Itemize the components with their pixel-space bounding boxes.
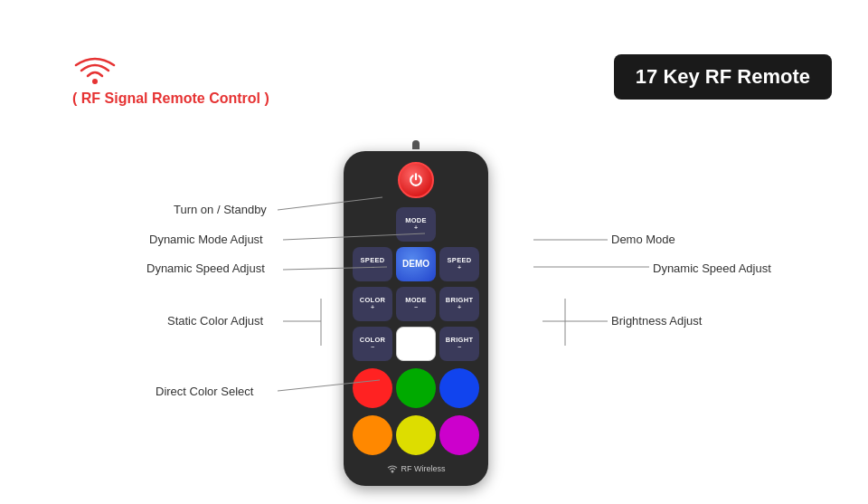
remote-control: MODE + SPEED − DEMO SPEED + COLOR +	[344, 140, 488, 486]
rf-signal-area: ( RF Signal Remote Control )	[72, 54, 269, 107]
annotation-dynamic-speed-right: Dynamic Speed Adjust	[653, 262, 771, 275]
button-grid-row2: SPEED − DEMO SPEED +	[353, 247, 479, 281]
annotation-static-color: Static Color Adjust	[167, 314, 263, 328]
rf-label: ( RF Signal Remote Control )	[72, 90, 269, 107]
annotation-demo-mode: Demo Mode	[611, 233, 675, 246]
bright-plus-button[interactable]: BRIGHT +	[439, 287, 479, 321]
color-circles-row2	[353, 415, 479, 455]
rf-small-icon	[387, 464, 398, 473]
demo-button[interactable]: DEMO	[396, 247, 436, 281]
remote-body: MODE + SPEED − DEMO SPEED + COLOR +	[344, 151, 488, 486]
power-icon	[407, 171, 425, 189]
svg-point-1	[391, 471, 393, 473]
title-text: 17 Key RF Remote	[636, 65, 810, 88]
annotation-direct-color: Direct Color Select	[156, 385, 253, 398]
power-row	[398, 162, 434, 198]
button-grid-row3: COLOR + MODE − BRIGHT +	[353, 287, 479, 321]
color-green-button[interactable]	[396, 368, 436, 408]
annotation-turn-on: Turn on / Standby	[174, 203, 267, 216]
svg-point-0	[92, 79, 98, 84]
white-button[interactable]	[396, 327, 436, 361]
color-blue-button[interactable]	[439, 368, 479, 408]
annotation-dynamic-speed-left: Dynamic Speed Adjust	[146, 262, 265, 275]
button-grid-row4: COLOR − BRIGHT −	[353, 327, 479, 361]
color-orange-button[interactable]	[353, 415, 392, 455]
title-badge: 17 Key RF Remote	[614, 54, 832, 100]
power-button[interactable]	[398, 162, 434, 198]
mode-plus-button[interactable]: MODE +	[396, 207, 436, 242]
bright-minus-button[interactable]: BRIGHT −	[439, 327, 479, 361]
color-red-button[interactable]	[353, 368, 392, 408]
antenna	[412, 140, 420, 149]
color-minus-button[interactable]: COLOR −	[353, 327, 392, 361]
button-grid-row1: MODE +	[353, 207, 479, 242]
color-circles-row1	[353, 368, 479, 408]
annotation-dynamic-mode: Dynamic Mode Adjust	[149, 233, 263, 246]
annotation-brightness: Brightness Adjust	[611, 314, 702, 328]
speed-plus-button[interactable]: SPEED +	[439, 247, 479, 281]
rf-signal-icon	[72, 54, 118, 87]
color-plus-button[interactable]: COLOR +	[353, 287, 392, 321]
color-purple-button[interactable]	[439, 415, 479, 455]
color-yellow-button[interactable]	[396, 415, 436, 455]
mode-minus-button[interactable]: MODE −	[396, 287, 436, 321]
rf-wireless-label: RF Wireless	[387, 464, 446, 473]
speed-minus-button[interactable]: SPEED −	[353, 247, 392, 281]
